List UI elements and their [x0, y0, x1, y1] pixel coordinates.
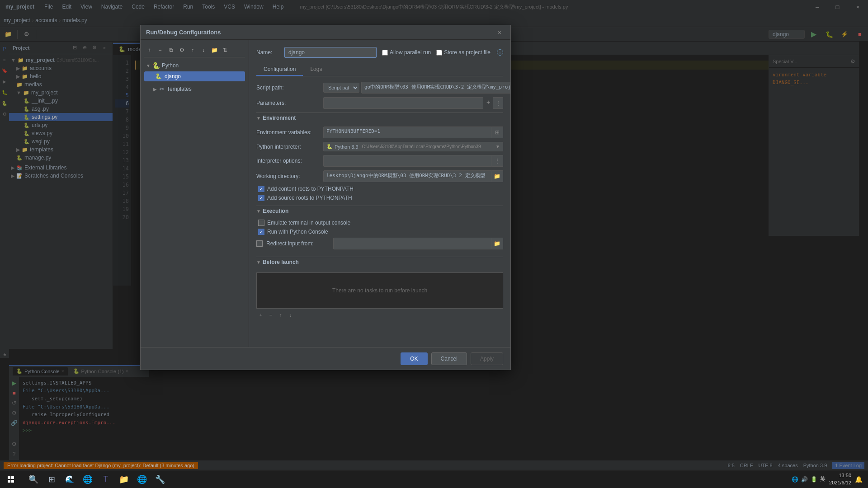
parameters-input[interactable] [323, 97, 483, 109]
taskbar-extra[interactable]: 🌐 [134, 471, 150, 488]
add-config-button[interactable]: + [144, 45, 154, 55]
redirect-input-checkbox[interactable] [256, 240, 263, 247]
configuration-tab[interactable]: Configuration [256, 63, 303, 76]
working-dir-browse[interactable]: 📁 [491, 170, 503, 182]
allow-parallel-text: Allow parallel run [390, 49, 431, 56]
execution-section-header[interactable]: ▼ Execution [256, 206, 503, 216]
templates-group-icon: ✂ [160, 86, 164, 92]
svg-rect-2 [8, 480, 10, 483]
parameters-add[interactable]: + [483, 97, 493, 107]
bl-up-button[interactable]: ↑ [276, 310, 285, 319]
bl-add-button[interactable]: + [256, 310, 265, 319]
allow-parallel-label[interactable]: Allow parallel run [382, 49, 431, 56]
taskbar-system-tray[interactable]: 🌐 🔊 🔋 英 [792, 475, 826, 483]
execution-section-title: Execution [263, 208, 288, 214]
script-path-field: go中的ORM模型\03 使用ORM实现CRUD\3-2 定义模型\my_pro… [361, 82, 510, 94]
clock-time: 13:50 [829, 472, 851, 479]
add-source-roots-checkbox[interactable] [258, 195, 264, 201]
interpreter-row: Python interpreter: 🐍 Python 3.9 C:\User… [256, 142, 503, 151]
bl-down-button[interactable]: ↓ [286, 310, 295, 319]
name-field-label: Name: [256, 49, 279, 56]
emulate-terminal-checkbox[interactable] [258, 220, 264, 226]
info-icon[interactable]: i [497, 49, 503, 56]
redirect-input-row: Redirect input from: 📁 [256, 238, 503, 249]
taskbar-teams[interactable]: T [98, 471, 114, 488]
sort-config-button[interactable]: ⇅ [220, 45, 230, 55]
taskbar-search[interactable]: 🔍 [25, 471, 42, 488]
interpreter-path-text: C:\Users\53180\AppData\Local\Programs\Py… [362, 144, 481, 149]
tray-lang: 英 [820, 475, 826, 483]
cancel-button[interactable]: Cancel [431, 352, 467, 365]
name-options: Allow parallel run Store as project file… [382, 49, 503, 56]
taskbar-clock[interactable]: 13:50 2021/6/12 [829, 472, 851, 486]
before-launch-area: There are no tasks to run before launch [256, 272, 503, 309]
env-vars-browse[interactable]: ⊞ [491, 127, 503, 138]
allow-parallel-checkbox[interactable] [382, 50, 388, 56]
working-dir-field: lesktop\Django中的ORM模型\03 使用ORM实现CRUD\3-2… [323, 170, 503, 182]
python-group-icon: 🐍 [152, 62, 160, 69]
copy-config-button[interactable]: ⧉ [166, 45, 176, 55]
emulate-terminal-label: Emulate terminal in output console [267, 220, 350, 226]
environment-section-title: Environment [263, 115, 296, 121]
taskbar-notification[interactable]: 🔔 [855, 476, 863, 483]
run-with-console-checkbox[interactable] [258, 229, 264, 235]
tray-volume: 🔊 [801, 476, 808, 483]
store-project-label[interactable]: Store as project file [436, 49, 491, 56]
clock-date: 2021/6/12 [829, 479, 851, 486]
environment-section-header[interactable]: ▼ Environment [256, 113, 503, 123]
svg-rect-3 [11, 480, 14, 483]
store-project-checkbox[interactable] [436, 50, 442, 56]
parameters-field: + ⋮ [323, 97, 503, 109]
interpreter-options-input[interactable] [323, 155, 491, 167]
before-launch-header[interactable]: ▼ Before launch [256, 257, 503, 267]
django-config-item[interactable]: 🐍 django [144, 71, 245, 81]
interpreter-options-row: Interpreter options: ⋮ [256, 155, 503, 167]
logs-tab[interactable]: Logs [303, 63, 329, 76]
interpreter-label: Python interpreter: [256, 144, 320, 150]
interpreter-options-btn[interactable]: ⋮ [491, 155, 503, 167]
config-tabs: Configuration Logs [256, 63, 503, 76]
interpreter-select[interactable]: 🐍 Python 3.9 C:\Users\53180\AppData\Loca… [323, 142, 503, 151]
add-content-roots-checkbox[interactable] [258, 186, 264, 192]
script-path-row: Script path: Script path go中的ORM模型\03 使用… [256, 82, 503, 94]
ok-button[interactable]: OK [401, 352, 427, 365]
dialog-close-button[interactable]: × [494, 27, 505, 38]
taskbar-chrome[interactable]: 🌐 [80, 471, 96, 488]
taskbar-right: 🌐 🔊 🔋 英 13:50 2021/6/12 🔔 [786, 472, 868, 486]
move-down-button[interactable]: ↓ [198, 45, 208, 55]
script-type-selector[interactable]: Script path [323, 83, 359, 93]
start-button[interactable] [0, 470, 22, 488]
templates-group[interactable]: ▶ ✂ Templates [144, 84, 245, 94]
templates-group-label: Templates [167, 86, 192, 92]
run-debug-dialog: Run/Debug Configurations × + − ⧉ ⚙ ↑ ↓ 📁… [140, 25, 511, 370]
redirect-input-browse[interactable]: 📁 [491, 238, 503, 249]
django-config-icon: 🐍 [155, 73, 162, 80]
taskbar-edge[interactable]: 🌊 [61, 471, 78, 488]
add-content-roots-row: Add content roots to PYTHONPATH [256, 186, 503, 192]
execution-toggle-icon: ▼ [256, 209, 261, 214]
move-up-button[interactable]: ↑ [188, 45, 198, 55]
name-input[interactable] [284, 47, 377, 58]
tray-network: 🌐 [792, 476, 798, 483]
dialog-config-tree: + − ⧉ ⚙ ↑ ↓ 📁 ⇅ ▼ 🐍 Python 🐍 django [141, 40, 249, 347]
env-vars-field: PYTHONUNBUFFERED=1 ⊞ [323, 127, 503, 138]
svg-rect-1 [11, 476, 14, 479]
taskbar-pycharm[interactable]: 🔧 [152, 471, 168, 488]
bl-remove-button[interactable]: − [266, 310, 275, 319]
folder-config-button[interactable]: 📁 [209, 45, 219, 55]
apply-button[interactable]: Apply [471, 352, 503, 365]
add-source-roots-label: Add source roots to PYTHONPATH [267, 195, 352, 201]
parameters-browse[interactable]: ⋮ [493, 97, 503, 109]
env-vars-label: Environment variables: [256, 129, 320, 136]
taskbar-task-view[interactable]: ⊞ [43, 471, 60, 488]
remove-config-button[interactable]: − [155, 45, 165, 55]
python-group-label: Python [162, 62, 179, 69]
emulate-terminal-row: Emulate terminal in output console [256, 220, 503, 226]
edit-config-button[interactable]: ⚙ [177, 45, 187, 55]
django-config-label: django [165, 73, 181, 80]
python-group-header[interactable]: ▼ 🐍 Python [144, 60, 245, 71]
parameters-row: Parameters: + ⋮ [256, 97, 503, 109]
svg-rect-0 [8, 476, 10, 479]
taskbar-explorer[interactable]: 📁 [116, 471, 132, 488]
env-vars-row: Environment variables: PYTHONUNBUFFERED=… [256, 127, 503, 138]
